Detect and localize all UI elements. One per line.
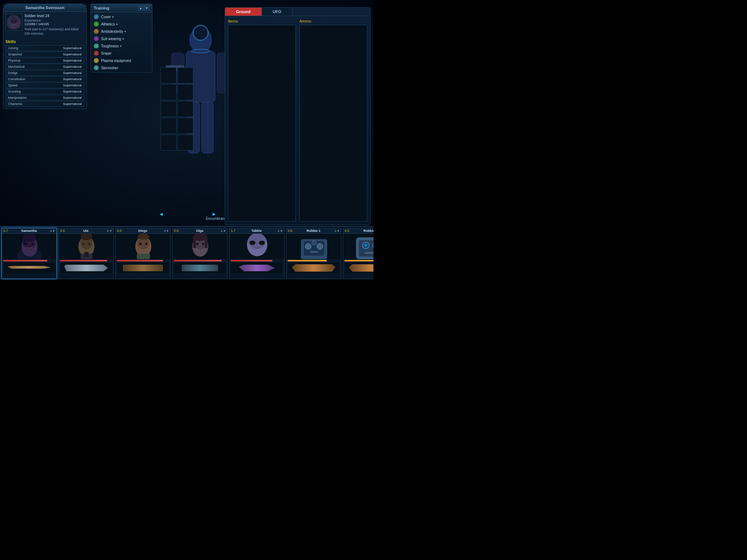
- weapon-tabbie: [231, 262, 283, 274]
- right-content: Items Ammo: [225, 16, 370, 225]
- sniper-icon: [94, 51, 99, 56]
- skill-name-constitution: Constitution: [8, 77, 26, 81]
- soldier-card-tabbie[interactable]: 1.7 Tabbie 4 ✦: [229, 228, 285, 279]
- avatar: [5, 14, 22, 31]
- skill-value-constitution: Supernatural: [63, 77, 82, 81]
- training-ambidexterity[interactable]: Ambidexterity +: [92, 28, 151, 35]
- portrait-olga: [173, 234, 227, 259]
- portrait-robbie2: [343, 234, 374, 259]
- inv-cell-4[interactable]: [177, 84, 193, 100]
- svg-point-68: [317, 244, 323, 249]
- inv-cell-9[interactable]: [160, 135, 177, 151]
- portrait-tabbie: [229, 234, 284, 259]
- training-skirmisher[interactable]: Skirmisher: [92, 64, 151, 71]
- inv-cell-6[interactable]: [177, 101, 193, 117]
- training-toughness[interactable]: Toughness +: [92, 42, 151, 50]
- svg-rect-9: [202, 102, 213, 153]
- card-header-diego: 0.0 Diego 3 ✦: [116, 228, 170, 234]
- tier-olga: 3 ✦: [221, 229, 226, 233]
- skill-row-speed[interactable]: Speed Supernatural: [5, 82, 84, 88]
- cover-label: Cover +: [101, 15, 114, 19]
- items-box[interactable]: [228, 25, 296, 222]
- svg-point-63: [259, 241, 265, 245]
- skill-row-constitution[interactable]: Constitution Supernatural: [5, 76, 84, 82]
- soldier-header: Samantha Svensson: [3, 4, 86, 12]
- svg-rect-58: [205, 236, 208, 248]
- sniper-label: Sniper: [101, 51, 112, 55]
- skill-row-snapshot[interactable]: Snapshot Supernatural: [5, 51, 84, 57]
- skill-name-charisma: Charisma: [8, 102, 22, 106]
- svg-rect-78: [364, 252, 374, 254]
- skill-row-physical[interactable]: Physical Supernatural: [5, 58, 84, 63]
- svg-point-76: [364, 244, 367, 247]
- soldier-card-robbie2[interactable]: 0.0 Robbie 2 3 ✦: [343, 228, 374, 279]
- svg-point-39: [82, 243, 85, 245]
- icons-tabbie: 4 ✦: [278, 229, 283, 233]
- training-sniper[interactable]: Sniper: [92, 50, 151, 57]
- card-bottom-diego: [116, 259, 170, 275]
- skill-value-scouting: Supernatural: [63, 90, 82, 93]
- soldier-name: Samantha Svensson: [25, 5, 65, 10]
- svg-point-70: [312, 241, 316, 245]
- inv-cell-1[interactable]: [160, 67, 177, 83]
- training-scroll-up[interactable]: ▲: [138, 5, 143, 11]
- rank-diego: 0.0: [117, 229, 122, 233]
- svg-point-2: [11, 21, 13, 22]
- training-scroll-down[interactable]: ▼: [144, 5, 149, 11]
- nav-arrow-left[interactable]: ◄: [159, 211, 164, 217]
- skill-row-dodge[interactable]: Dodge Supernatural: [5, 70, 84, 76]
- skirmisher-label: Skirmisher: [101, 66, 118, 70]
- svg-point-40: [88, 243, 90, 245]
- svg-rect-43: [84, 252, 89, 257]
- soldier-card-robbie1[interactable]: 0.0 Robbie 1 3 ✦: [286, 228, 341, 279]
- icons-ute: 3 ✦: [107, 229, 112, 233]
- soldier-card-samantha[interactable]: 0.7 Samantha 4 ✦: [1, 228, 57, 279]
- skill-row-mechanical[interactable]: Mechanical Supernatural: [5, 64, 84, 70]
- training-suit-wearing[interactable]: Suit wearing +: [92, 35, 151, 42]
- weapon-icon-tabbie: [239, 265, 275, 271]
- weapon-icon-samantha: [7, 265, 51, 271]
- inv-cell-5[interactable]: [160, 101, 177, 117]
- training-cover[interactable]: Cover +: [92, 13, 151, 20]
- svg-point-1: [10, 16, 18, 24]
- skill-value-dodge: Supernatural: [63, 71, 82, 75]
- skill-row-charisma[interactable]: Charisma Supernatural: [5, 101, 84, 107]
- ammo-box[interactable]: [299, 25, 367, 222]
- skills-section: Skills Aiming Supernatural Snapshot Supe…: [3, 38, 86, 109]
- skill-value-charisma: Supernatural: [63, 102, 82, 106]
- name-robbie2: Robbie 2: [363, 229, 374, 233]
- skills-title: Skills: [5, 39, 84, 44]
- tab-ground[interactable]: Ground: [225, 8, 262, 16]
- rank-ute: 0.0: [60, 229, 65, 233]
- soldier-card-diego[interactable]: 0.0 Diego 3 ✦: [115, 228, 171, 279]
- nav-arrow-right[interactable]: ►: [212, 211, 217, 217]
- portrait-ute: [59, 234, 113, 259]
- skill-row-scouting[interactable]: Scouting Supernatural: [5, 89, 84, 94]
- soldier-card-olga[interactable]: 0.0 Olga 3 ✦: [172, 228, 228, 279]
- skill-name-speed: Speed: [8, 83, 18, 87]
- soldier-card-ute[interactable]: 0.0 Ute 3 ✦: [58, 228, 114, 279]
- skill-row-manipulation[interactable]: Manipulation Supernatural: [5, 95, 84, 101]
- weapon-icon-ute: [64, 265, 108, 271]
- weapon-icon-robbie2: [349, 264, 374, 272]
- tab-ufo[interactable]: UFO: [262, 8, 293, 16]
- svg-rect-35: [23, 237, 26, 246]
- suit-wearing-icon: [94, 36, 99, 41]
- icons-samantha: 4 ✦: [50, 229, 55, 233]
- inv-cell-2[interactable]: [177, 67, 193, 83]
- toughness-icon: [94, 43, 99, 48]
- inv-cell-8[interactable]: [177, 118, 193, 134]
- card-header-ute: 0.0 Ute 3 ✦: [59, 228, 113, 234]
- card-bottom-olga: [173, 259, 227, 275]
- card-bottom-tabbie: [229, 259, 284, 275]
- inv-cell-10[interactable]: [177, 135, 193, 151]
- inv-cell-7[interactable]: [160, 118, 177, 134]
- skill-row-aiming[interactable]: Aiming Supernatural: [5, 45, 84, 51]
- rank-robbie1: 0.0: [288, 229, 293, 233]
- training-athletics[interactable]: Athletics +: [92, 20, 151, 28]
- skill-name-physical: Physical: [8, 59, 20, 62]
- healthbar-samantha: [3, 260, 55, 261]
- inv-cell-3[interactable]: [160, 84, 177, 100]
- training-plasma[interactable]: Plasma equipment: [92, 57, 151, 64]
- skill-value-physical: Supernatural: [63, 59, 82, 62]
